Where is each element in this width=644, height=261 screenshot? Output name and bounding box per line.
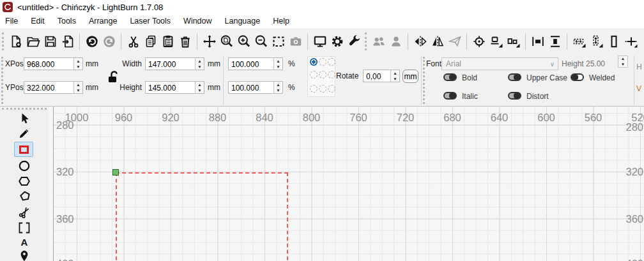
upper-case-toggle[interactable] [508,73,521,81]
align-objects-button[interactable] [487,31,505,52]
font-family-select[interactable]: Arial ∨ [441,57,558,70]
multi-user-button[interactable] [370,31,387,52]
italic-toggle[interactable] [443,92,457,100]
resize-width-button[interactable] [571,31,588,52]
redo-button[interactable] [100,31,118,52]
paste-button[interactable] [159,31,176,52]
scale-y-field[interactable]: 100.000 ▲▼ [228,81,283,94]
resize-height-button[interactable] [588,31,605,52]
bold-toggle[interactable] [443,73,457,81]
ypos-spinner[interactable]: ▲▼ [73,82,82,93]
save-button[interactable] [42,31,59,52]
anchor-top-left[interactable] [310,58,318,66]
show-origin-button[interactable] [470,31,487,52]
send-button[interactable] [446,31,463,52]
distribute-vertical-button[interactable] [546,31,564,52]
cut-button[interactable] [125,31,142,52]
anchor-top-right[interactable] [328,58,335,66]
new-file-button[interactable] [7,31,24,52]
welded-toggle[interactable] [571,73,584,81]
height-field[interactable]: 145.000 ▲▼ [145,81,204,94]
position-laser-tool[interactable] [10,248,38,261]
align-edges-button[interactable] [505,31,522,52]
anchor-bottom-left[interactable] [310,85,318,93]
font-panel-drag-handle[interactable] [423,57,425,104]
open-file-button[interactable] [24,31,42,52]
distribute-horizontal-button[interactable] [529,31,546,52]
import-button[interactable] [59,31,76,52]
ypos-unit: mm [86,83,98,92]
open-folder-icon [26,34,40,48]
select-tool[interactable] [10,111,38,126]
edit-frame-tool[interactable] [10,220,38,235]
rotate-spinner[interactable]: ▲▼ [390,70,399,82]
anchor-bottom-center[interactable] [319,85,326,93]
polygon-tool[interactable] [10,174,38,188]
font-height-spinner[interactable]: ▲▼ [618,56,628,68]
width-field[interactable]: 147.000 ▲▼ [145,57,204,70]
rectangle-tool[interactable] [14,142,33,157]
anchor-top-center[interactable] [319,58,326,66]
toolbar-drag-handle[interactable] [2,33,4,50]
resize-tall-button[interactable] [605,31,622,52]
tall-rect-icon [607,34,621,48]
toolbar-drag-handle[interactable] [365,33,367,50]
clipped-hspace-label: H [636,63,642,71]
zoom-out-button[interactable] [252,31,270,52]
text-tool[interactable]: A [10,235,38,250]
scale-x-field[interactable]: 100.000 ▲▼ [228,57,283,70]
workspace-canvas[interactable]: 1000 960 920 880 840 800 760 720 680 640… [54,107,644,261]
pan-button[interactable] [201,31,218,52]
menu-edit[interactable]: Edit [24,15,51,27]
selection-rectangle[interactable] [116,172,288,261]
undo-button[interactable] [83,31,100,52]
frame-selection-button[interactable] [270,31,287,52]
menu-language[interactable]: Language [218,15,267,27]
zoom-page-button[interactable] [218,31,235,52]
zoom-in-button[interactable] [235,31,252,52]
rotate-field[interactable]: 0,00 ▲▼ [363,70,400,82]
anchor-middle-center[interactable] [319,71,326,78]
xpos-field[interactable]: 968.000 ▲▼ [24,57,83,70]
flip-horizontal-button[interactable] [429,31,446,52]
distort-toggle[interactable] [508,92,521,100]
menu-tools[interactable]: Tools [51,15,82,27]
ruler-label: 560 [585,112,602,124]
anchor-middle-left[interactable] [310,71,318,78]
ypos-field[interactable]: 322.000 ▲▼ [24,81,83,94]
move-cross-button[interactable] [622,31,640,52]
ellipse-tool[interactable] [10,158,38,173]
units-mm-button[interactable]: mm [402,70,418,83]
menu-laser-tools[interactable]: Laser Tools [123,15,177,27]
scale-x-spinner[interactable]: ▲▼ [273,58,282,70]
menu-file[interactable]: File [0,15,24,27]
aspect-lock-icon[interactable] [105,69,120,84]
clipped-vspace-label: V [636,84,641,93]
selection-handle[interactable] [112,169,119,175]
user-button[interactable] [387,31,404,52]
anchor-bottom-right[interactable] [328,85,335,93]
copy-button[interactable] [142,31,159,52]
menu-window[interactable]: Window [177,15,218,27]
flip-vertical-button[interactable] [411,31,429,52]
anchor-middle-right[interactable] [328,71,335,78]
panel-drag-handle[interactable] [1,57,3,104]
snip-tool[interactable] [10,204,38,219]
font-height-value[interactable]: 25.00 [586,59,605,68]
device-settings-button[interactable] [346,31,363,52]
settings-button[interactable] [328,31,346,52]
delete-button[interactable] [176,31,194,52]
menu-help[interactable]: Help [266,15,296,27]
cross-dash-icon [624,34,638,48]
palette-drag-handle[interactable] [2,108,47,110]
camera-button[interactable] [287,31,304,52]
menu-arrange[interactable]: Arrange [82,15,123,27]
xpos-spinner[interactable]: ▲▼ [73,58,82,70]
height-unit: mm [208,83,220,92]
draw-lines-tool[interactable] [10,126,38,140]
scale-y-spinner[interactable]: ▲▼ [273,82,282,93]
shape-tool[interactable] [10,189,38,204]
width-spinner[interactable]: ▲▼ [195,58,204,70]
height-spinner[interactable]: ▲▼ [195,82,204,93]
preview-button[interactable] [311,31,328,52]
